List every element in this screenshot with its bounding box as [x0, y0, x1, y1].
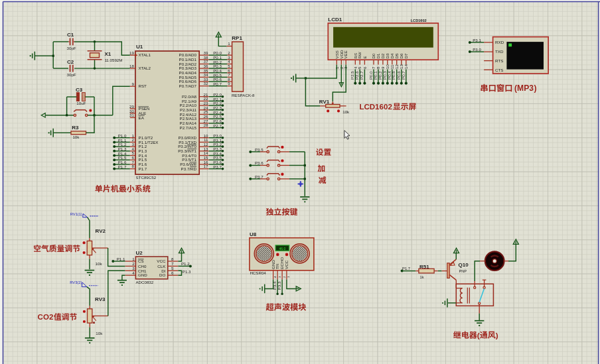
- svg-text:D3: D3: [385, 53, 390, 58]
- svg-text:30pF: 30pF: [67, 72, 76, 77]
- svg-text:RV3(2): RV3(2): [70, 280, 82, 284]
- svg-text:VEE: VEE: [343, 50, 348, 58]
- svg-text:32: 32: [204, 81, 208, 86]
- svg-text:(: (: [477, 331, 480, 339]
- svg-text:VCC: VCC: [284, 260, 289, 269]
- svg-text:P3.1: P3.1: [473, 38, 481, 42]
- svg-text:C2: C2: [67, 59, 74, 65]
- svg-text:9: 9: [228, 81, 230, 86]
- svg-text:14: 14: [404, 64, 408, 69]
- svg-text:P1.3: P1.3: [183, 269, 191, 274]
- svg-text:D0: D0: [371, 53, 376, 58]
- svg-text:U1: U1: [136, 44, 143, 50]
- svg-text:U8: U8: [250, 231, 257, 237]
- svg-text:10k: 10k: [342, 109, 350, 114]
- svg-text:1: 1: [132, 257, 135, 261]
- svg-text:P3.3: P3.3: [277, 281, 281, 290]
- svg-text:RV2: RV2: [96, 228, 106, 234]
- svg-text:18: 18: [129, 64, 134, 68]
- svg-text:13: 13: [399, 64, 404, 69]
- svg-text:P0.6: P0.6: [396, 71, 401, 80]
- svg-text:): ): [534, 84, 536, 93]
- svg-text:STC89C52: STC89C52: [136, 175, 157, 180]
- svg-text:19: 19: [129, 50, 134, 55]
- svg-text:P1.1: P1.1: [117, 257, 125, 261]
- svg-text:R3: R3: [72, 125, 79, 131]
- svg-text:P0.7: P0.7: [213, 82, 222, 86]
- svg-text:P0.5: P0.5: [391, 71, 396, 80]
- svg-text:P1.7: P1.7: [118, 164, 127, 169]
- svg-text:D7: D7: [404, 53, 408, 58]
- svg-text:28: 28: [204, 123, 208, 127]
- svg-text:10uF: 10uF: [76, 101, 86, 105]
- svg-text:P1.2: P1.2: [181, 261, 190, 266]
- svg-text:LCD1602: LCD1602: [411, 19, 427, 23]
- svg-text:P1.7: P1.7: [402, 267, 410, 271]
- svg-text:RST: RST: [139, 84, 147, 88]
- svg-text:P2.7: P2.7: [213, 123, 222, 128]
- svg-text:8: 8: [132, 164, 135, 168]
- svg-text:9: 9: [132, 82, 135, 86]
- svg-text:ADC0832: ADC0832: [135, 280, 153, 284]
- svg-text:RP1: RP1: [232, 35, 242, 41]
- svg-text:P3.7: P3.7: [213, 164, 222, 169]
- svg-text:CS: CS: [138, 259, 144, 263]
- svg-text:MP3: MP3: [517, 84, 534, 93]
- svg-text:VSS: VSS: [335, 50, 339, 58]
- svg-text:RESPACK-8: RESPACK-8: [232, 93, 255, 97]
- svg-text:GND: GND: [138, 273, 147, 277]
- svg-text:TXD: TXD: [495, 49, 504, 54]
- svg-text:1: 1: [228, 41, 230, 46]
- svg-text:CTS: CTS: [495, 68, 503, 72]
- svg-text:4: 4: [132, 271, 135, 275]
- svg-text:P1.7: P1.7: [139, 166, 147, 171]
- svg-text:7: 7: [371, 66, 376, 69]
- svg-text:DO: DO: [159, 273, 165, 277]
- svg-text:P0.3: P0.3: [382, 71, 387, 80]
- svg-text:P2.7: P2.7: [359, 71, 364, 80]
- svg-text:E: E: [362, 56, 367, 58]
- svg-text:TR: TR: [275, 263, 279, 269]
- svg-text:11.0592M: 11.0592M: [104, 58, 122, 62]
- svg-text:LCD1602: LCD1602: [359, 103, 392, 111]
- svg-text:XTAL2: XTAL2: [139, 66, 151, 70]
- svg-text:EA: EA: [139, 115, 145, 120]
- svg-text:Q10: Q10: [459, 262, 469, 268]
- svg-text:XTAL1: XTAL1: [139, 52, 151, 57]
- svg-text:6: 6: [171, 271, 174, 275]
- svg-text:6: 6: [362, 66, 367, 69]
- svg-text:1k: 1k: [420, 275, 424, 279]
- svg-text:C3: C3: [76, 87, 83, 93]
- svg-text:8: 8: [171, 257, 174, 261]
- svg-text:HCSR04: HCSR04: [250, 271, 266, 275]
- svg-text:10k: 10k: [96, 331, 103, 335]
- svg-text:31: 31: [129, 113, 134, 117]
- svg-text:P3.4: P3.4: [272, 281, 277, 290]
- svg-text:U2: U2: [135, 250, 143, 256]
- svg-text:X1: X1: [104, 51, 111, 57]
- svg-text:VCC: VCC: [157, 259, 166, 263]
- svg-text:46.0: 46.0: [279, 247, 286, 251]
- svg-text:P3.0: P3.0: [473, 47, 481, 52]
- svg-text:): ): [496, 331, 498, 339]
- svg-text:P2.6: P2.6: [354, 71, 359, 80]
- svg-text:LCD1: LCD1: [328, 17, 342, 23]
- svg-text:10: 10: [385, 64, 390, 69]
- svg-text:P0.0: P0.0: [368, 71, 373, 80]
- svg-text:RXD: RXD: [495, 40, 504, 44]
- svg-text:D5: D5: [394, 53, 399, 58]
- svg-text:RTS: RTS: [495, 58, 503, 63]
- svg-text:12: 12: [394, 64, 399, 69]
- svg-text:RV1: RV1: [319, 99, 330, 105]
- svg-text:10k: 10k: [96, 261, 103, 266]
- svg-text:RW: RW: [357, 52, 362, 58]
- svg-text:P3.6: P3.6: [255, 160, 263, 165]
- svg-text:P3.7: P3.7: [255, 174, 263, 179]
- svg-text:5: 5: [357, 66, 362, 69]
- svg-text:RV3: RV3: [95, 296, 106, 302]
- svg-text:RV1(1): RV1(1): [70, 212, 82, 216]
- svg-text:P0.7: P0.7: [401, 71, 406, 80]
- svg-text:P0.7/AD7: P0.7/AD7: [179, 84, 197, 88]
- svg-text:P3.5: P3.5: [255, 147, 263, 152]
- svg-text:P2.7/A15: P2.7/A15: [180, 125, 197, 130]
